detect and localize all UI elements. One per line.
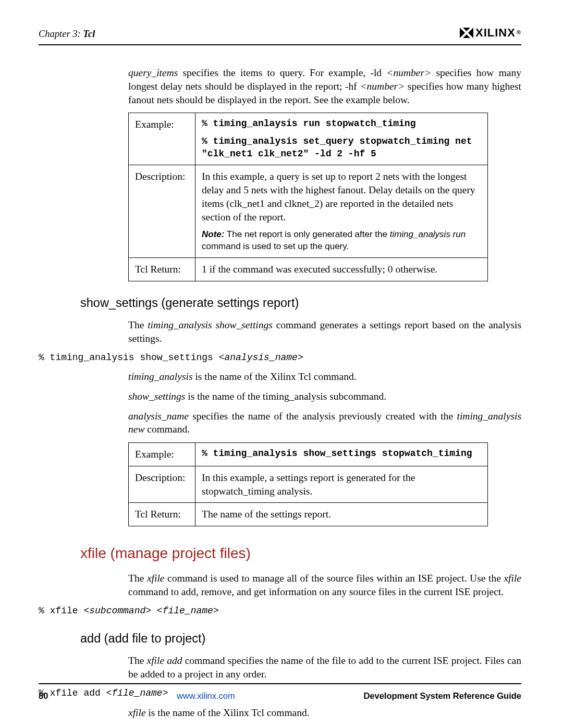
text: specifies the items to query. For exampl… — [178, 67, 386, 78]
content: query_items specifies the items to query… — [39, 45, 521, 728]
table-set-query: Example: % timing_anlaysis run stopwatch… — [128, 113, 488, 281]
term: show_settings — [128, 391, 185, 402]
text: The — [128, 655, 146, 666]
table-row: Example: % timing_analysis show_settings… — [129, 443, 488, 466]
term-query-items: query_items — [128, 67, 178, 78]
para: The timing_analysis show_settings comman… — [128, 318, 521, 345]
note-text: The net report is only generated after t… — [224, 229, 389, 239]
table-row: Description: In this example, a query is… — [129, 165, 488, 258]
code-line: % timing_analysis set_query stopwatch_ti… — [202, 135, 481, 161]
cell-value: The name of the settings report. — [195, 503, 488, 526]
para: xfile is the name of the Xilinx Tcl comm… — [128, 706, 521, 720]
note-italic: timing_analysis run — [390, 229, 466, 239]
table-row: Tcl Return: The name of the settings rep… — [129, 503, 488, 526]
chapter-label: Chapter 3: Tcl — [39, 28, 95, 40]
code-arg: <analysis_name> — [219, 352, 303, 363]
note-text: command is used to set up the query. — [202, 241, 349, 251]
text: command. — [144, 424, 190, 435]
footer: 80 www.xilinx.com Development System Ref… — [39, 683, 521, 702]
intro-paragraph: query_items specifies the items to query… — [128, 66, 521, 106]
table-row: Description: In this example, a settings… — [129, 466, 488, 502]
heading-xfile: xfile (manage project files) — [80, 544, 521, 563]
heading-add: add (add file to project) — [80, 631, 521, 647]
footer-url[interactable]: www.xilinx.com — [177, 690, 235, 702]
text: is the name of the Xilinx Tcl command. — [146, 707, 310, 718]
cell-key: Description: — [129, 466, 195, 502]
table-show-settings: Example: % timing_analysis show_settings… — [128, 442, 488, 526]
desc-text: In this example, a query is set up to re… — [202, 171, 475, 222]
term-number2: <number> — [360, 81, 405, 92]
heading-show-settings: show_settings (generate settings report) — [80, 295, 521, 311]
code-line: % timing_analysis show_settings stopwatc… — [202, 448, 481, 460]
term: xfile — [147, 573, 165, 584]
text: command to add, remove, and get informat… — [128, 586, 504, 597]
chapter-bold: Tcl — [83, 29, 95, 39]
para: show_settings is the name of the timing_… — [128, 390, 521, 403]
doc-title: Development System Reference Guide — [363, 690, 521, 702]
text: is the name of the timing_analysis subco… — [185, 391, 386, 402]
cell-key: Tcl Return: — [129, 503, 195, 526]
para: The xfile add command specifies the name… — [128, 654, 521, 681]
term-number1: <number> — [386, 67, 431, 78]
page-number: 80 — [39, 690, 48, 702]
cell-value: In this example, a settings report is ge… — [195, 466, 488, 502]
code-syntax: % timing_analysis show_settings <analysi… — [39, 352, 521, 364]
note-label: Note: — [202, 229, 224, 239]
text: The — [128, 319, 148, 330]
cell-key: Example: — [129, 443, 195, 466]
text: The — [128, 573, 147, 584]
cell-key: Example: — [129, 113, 195, 165]
note-block: Note: The net report is only generated a… — [202, 229, 481, 253]
chapter-pre: Chapter 3: — [39, 29, 81, 39]
text: command specifies the name of the file t… — [128, 655, 521, 680]
term: timing_analysis show_settings — [148, 319, 273, 330]
para: add is the name of the xfile subcommand. — [128, 725, 521, 728]
header-row: Chapter 3: Tcl XILINX ® — [39, 25, 521, 44]
para: timing_analysis is the name of the Xilin… — [128, 370, 521, 384]
brand-reg: ® — [517, 29, 521, 36]
para: analysis_name specifies the name of the … — [128, 410, 521, 436]
text: specifies the name of the analysis previ… — [189, 411, 457, 422]
code-line: % timing_anlaysis run stopwatch_timing — [202, 118, 481, 130]
text: command is used to manage all of the sou… — [164, 573, 504, 584]
brand-text: XILINX — [475, 25, 516, 40]
code-text: % timing_analysis show_settings — [39, 352, 219, 363]
term: analysis_name — [128, 411, 189, 422]
term: xfile — [128, 707, 146, 718]
xilinx-x-icon — [459, 27, 474, 39]
cell-key: Tcl Return: — [129, 258, 195, 281]
table-row: Example: % timing_anlaysis run stopwatch… — [129, 113, 488, 165]
page: Chapter 3: Tcl XILINX ® query_items spec… — [0, 0, 563, 728]
term: xfile — [504, 573, 521, 584]
footer-rule — [39, 683, 521, 684]
cell-key: Description: — [129, 165, 195, 258]
term: timing_analysis — [128, 371, 193, 382]
code-text: % xfile — [39, 606, 83, 616]
cell-value: 1 if the command was executed successful… — [195, 258, 488, 281]
code-syntax: % xfile <subcommand> <file_name> — [39, 605, 521, 618]
table-row: Tcl Return: 1 if the command was execute… — [129, 258, 488, 281]
term: xfile add — [146, 655, 182, 666]
cell-value: % timing_analysis show_settings stopwatc… — [195, 443, 488, 466]
cell-value: % timing_anlaysis run stopwatch_timing %… — [195, 113, 488, 165]
cell-value: In this example, a query is set up to re… — [195, 165, 488, 258]
brand-logo: XILINX ® — [459, 25, 521, 40]
footer-row: 80 www.xilinx.com Development System Ref… — [39, 690, 521, 702]
text: is the name of the Xilinx Tcl command. — [193, 371, 357, 382]
para: The xfile command is used to manage all … — [128, 572, 521, 598]
code-arg: <subcommand> <file_name> — [83, 606, 218, 616]
